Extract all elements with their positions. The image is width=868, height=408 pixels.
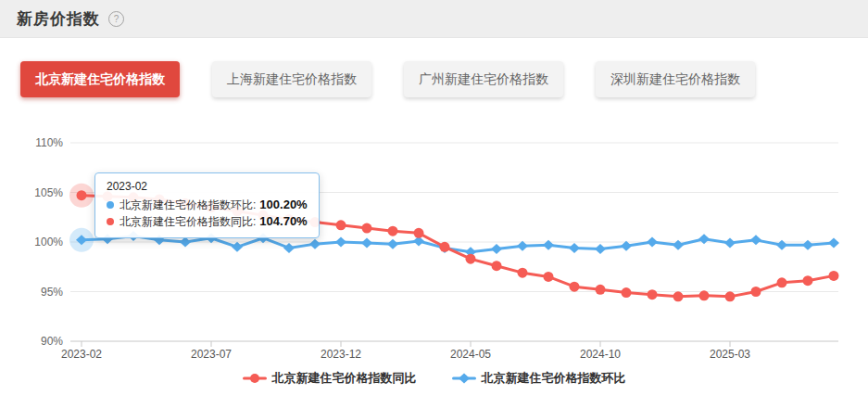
svg-text:90%: 90% <box>41 335 63 348</box>
tooltip-mom-label: 北京新建住宅价格指数环比: <box>120 197 256 213</box>
svg-text:2023-07: 2023-07 <box>191 348 232 361</box>
tooltip-row-yoy: 北京新建住宅价格指数同比: 104.70% <box>107 213 308 230</box>
tab-shenzhen-index[interactable]: 深圳新建住宅价格指数 <box>596 61 755 97</box>
svg-text:110%: 110% <box>35 136 63 149</box>
tab-guangzhou-index[interactable]: 广州新建住宅价格指数 <box>404 61 563 97</box>
mom-line-diamond-marker-icon <box>452 373 476 384</box>
svg-text:95%: 95% <box>41 286 63 299</box>
svg-text:2023-02: 2023-02 <box>61 348 102 361</box>
svg-text:2023-12: 2023-12 <box>321 348 361 361</box>
legend-yoy-label: 北京新建住宅价格指数同比 <box>272 370 417 387</box>
tab-beijing-index[interactable]: 北京新建住宅价格指数 <box>20 61 180 97</box>
svg-text:105%: 105% <box>34 186 63 199</box>
tooltip-mom-value: 100.20% <box>259 197 307 213</box>
mom-series-dot-icon <box>107 201 114 209</box>
tooltip-yoy-label: 北京新建住宅价格指数同比: <box>120 213 256 230</box>
tab-shanghai-index[interactable]: 上海新建住宅价格指数 <box>212 61 371 97</box>
chart-legend: 北京新建住宅价格指数同比 北京新建住宅价格指数环比 <box>0 370 868 387</box>
legend-mom-label: 北京新建住宅价格指数环比 <box>482 370 626 387</box>
tooltip-date: 2023-02 <box>107 180 308 193</box>
chart-tooltip: 2023-02 北京新建住宅价格指数环比: 100.20% 北京新建住宅价格指数… <box>94 172 320 238</box>
tooltip-yoy-value: 104.70% <box>259 213 307 230</box>
legend-item-yoy[interactable]: 北京新建住宅价格指数同比 <box>243 370 417 387</box>
svg-text:2024-05: 2024-05 <box>450 348 491 361</box>
legend-item-mom[interactable]: 北京新建住宅价格指数环比 <box>452 370 626 387</box>
svg-text:2024-10: 2024-10 <box>580 348 621 361</box>
yoy-line-circle-marker-icon <box>243 373 267 384</box>
city-index-tabs: 北京新建住宅价格指数 上海新建住宅价格指数 广州新建住宅价格指数 深圳新建住宅价… <box>20 61 755 97</box>
svg-text:2025-03: 2025-03 <box>710 348 750 361</box>
yoy-series-dot-icon <box>107 218 114 225</box>
tooltip-row-mom: 北京新建住宅价格指数环比: 100.20% <box>107 197 308 213</box>
svg-text:100%: 100% <box>34 236 63 249</box>
